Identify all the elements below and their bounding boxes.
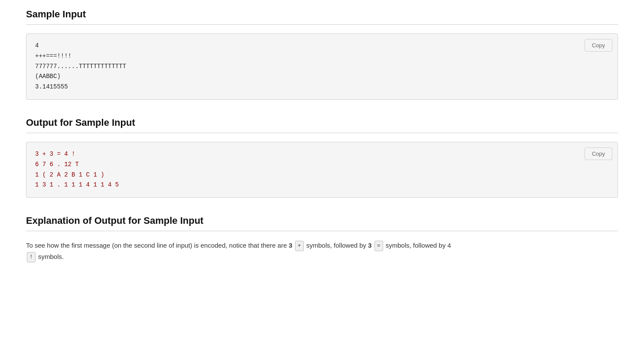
explanation-text: To see how the first message (on the sec… bbox=[26, 240, 618, 262]
explanation-divider bbox=[26, 231, 618, 231]
sample-input-divider bbox=[26, 24, 618, 25]
output-content: 3 + 3 = 4 ! 6 7 6 . 12 T 1 ( 2 A 2 B 1 C… bbox=[35, 149, 583, 190]
explanation-text2: symbols, followed by bbox=[305, 242, 368, 249]
sample-input-content: 4 +++===!!!! 777777......TTTTTTTTTTTTT (… bbox=[35, 41, 583, 92]
output-divider bbox=[26, 133, 618, 133]
output-copy-button[interactable]: Copy bbox=[585, 147, 612, 160]
output-title: Output for Sample Input bbox=[26, 117, 618, 128]
explanation-bold1: 3 bbox=[289, 242, 292, 249]
explanation-inline3: ! bbox=[27, 252, 36, 262]
explanation-bold2: 3 bbox=[368, 242, 371, 249]
explanation-inline2: = bbox=[374, 241, 383, 251]
explanation-section: Explanation of Output for Sample Input T… bbox=[26, 215, 618, 262]
output-box: 3 + 3 = 4 ! 6 7 6 . 12 T 1 ( 2 A 2 B 1 C… bbox=[26, 142, 618, 198]
sample-input-title: Sample Input bbox=[26, 9, 618, 20]
sample-input-box: 4 +++===!!!! 777777......TTTTTTTTTTTTT (… bbox=[26, 33, 618, 100]
explanation-text-before: To see how the first message (on the sec… bbox=[26, 242, 289, 249]
explanation-title: Explanation of Output for Sample Input bbox=[26, 215, 618, 226]
explanation-text3: symbols, followed by 4 bbox=[384, 242, 451, 249]
explanation-text4: symbols. bbox=[36, 253, 64, 260]
explanation-inline1: + bbox=[295, 241, 304, 251]
sample-input-copy-button[interactable]: Copy bbox=[585, 39, 612, 52]
